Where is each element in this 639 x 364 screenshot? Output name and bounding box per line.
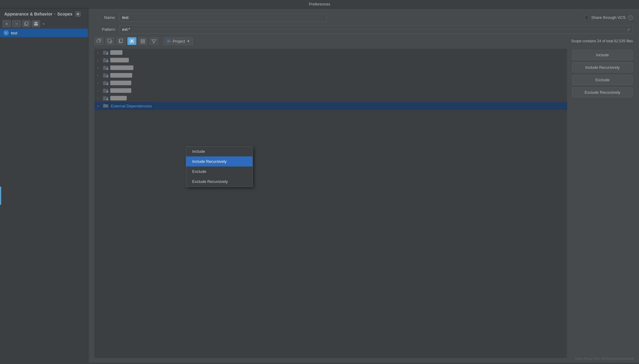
filter-button[interactable]	[149, 37, 158, 45]
save-button[interactable]	[32, 20, 40, 27]
tree-arrow: ›	[97, 81, 101, 85]
right-panel: Name: Share through VCS ? Pattern: ⤢	[88, 9, 639, 363]
pattern-label: Pattern:	[94, 27, 116, 32]
tree-arrow: ›	[97, 51, 101, 54]
window-title: Preferences	[309, 2, 330, 6]
tree-item-label	[110, 50, 122, 55]
context-menu-include[interactable]: Include	[186, 146, 252, 156]
blue-accent	[0, 187, 1, 205]
svg-rect-5	[97, 40, 100, 42]
name-label: Name:	[94, 15, 116, 20]
include-recursively-button[interactable]: Include Recursively	[572, 62, 633, 72]
main-container: Appearance & Behavior › Scopes ▤ + −	[0, 9, 639, 363]
svg-rect-16	[141, 41, 145, 42]
tree-item-label	[110, 81, 131, 85]
scope-icon: ▤	[76, 12, 80, 16]
tree-row[interactable]: ›	[94, 56, 567, 64]
exclude-recursively-button[interactable]: Exclude Recursively	[572, 87, 633, 97]
svg-rect-15	[141, 39, 145, 40]
svg-rect-21	[168, 40, 170, 42]
pattern-input[interactable]	[119, 25, 633, 33]
scope-item-label-test: test	[11, 31, 17, 35]
scope-radio	[4, 30, 9, 35]
tree-arrow: ›	[97, 58, 101, 62]
svg-rect-14	[131, 40, 133, 42]
add-button[interactable]: +	[2, 20, 11, 27]
scope-radio-inner	[5, 32, 7, 34]
svg-rect-8	[108, 39, 111, 42]
vcs-row: Share through VCS ?	[584, 15, 633, 20]
scope-info: Scope contains 24 of total 62,535 files	[571, 39, 633, 43]
svg-marker-18	[152, 40, 156, 43]
tree-item-label	[110, 58, 129, 62]
tree-arrow: ›	[97, 89, 101, 93]
tree-arrow: ›	[97, 66, 101, 70]
tree-row-external-dependencies[interactable]: › External Dependencies	[94, 102, 567, 110]
svg-rect-12	[120, 39, 122, 42]
tree-item-label-ext-dep: External Dependencies	[111, 104, 152, 108]
left-panel: Appearance & Behavior › Scopes ▤ + −	[0, 9, 88, 363]
folder-icon	[103, 73, 108, 78]
tree-item-label	[110, 65, 133, 70]
context-menu-exclude-recursively[interactable]: Exclude Recursively	[186, 177, 252, 187]
collapse-all-button[interactable]	[94, 37, 104, 45]
flatten-button[interactable]	[138, 37, 147, 45]
action-buttons: Include Include Recursively Exclude Excl…	[572, 49, 633, 358]
tree-item-label	[110, 73, 132, 78]
show-included-alt-button[interactable]	[127, 37, 136, 45]
context-menu: Include Include Recursively Exclude Excl…	[186, 146, 253, 187]
url-bar: https://blog.csdn.net/wangshuaiwsws95	[575, 357, 634, 360]
scope-item-test[interactable]: test	[0, 29, 88, 37]
context-menu-include-recursively[interactable]: Include Recursively	[186, 156, 252, 166]
svg-rect-17	[141, 42, 145, 43]
name-input[interactable]	[119, 13, 327, 22]
breadcrumb-subsection: Scopes	[57, 12, 72, 16]
ext-dep-icon	[103, 103, 109, 108]
include-button[interactable]: Include	[572, 50, 633, 60]
file-tree[interactable]: › ›	[94, 49, 567, 358]
title-bar: Preferences	[0, 0, 639, 9]
tree-row[interactable]: ›	[94, 94, 567, 102]
tree-item-label	[110, 88, 131, 93]
svg-rect-4	[34, 24, 37, 25]
context-menu-exclude[interactable]: Exclude	[186, 166, 252, 177]
breadcrumb: Appearance & Behavior › Scopes ▤	[0, 9, 88, 19]
scope-list: test	[0, 29, 88, 37]
tree-arrow-ext: ›	[97, 104, 101, 108]
breadcrumb-separator: ›	[54, 12, 55, 16]
project-label: Project	[173, 39, 185, 44]
exclude-button[interactable]: Exclude	[572, 75, 633, 85]
folder-icon	[103, 51, 108, 55]
remove-button[interactable]: −	[12, 20, 21, 27]
vcs-checkbox[interactable]	[584, 16, 589, 20]
show-only-included-button[interactable]	[116, 37, 125, 45]
svg-rect-1	[25, 22, 28, 25]
folder-icon	[103, 66, 108, 70]
content-area: › ›	[94, 49, 633, 358]
svg-rect-3	[35, 22, 37, 23]
help-icon[interactable]: ?	[628, 15, 633, 20]
tree-row[interactable]: ›	[94, 79, 567, 87]
tree-arrow: ›	[97, 74, 101, 77]
tree-row[interactable]: ›	[94, 87, 567, 94]
breadcrumb-section: Appearance & Behavior	[4, 12, 52, 16]
file-toolbar: Project ▼ Scope contains 24 of total 62,…	[94, 37, 633, 45]
project-dropdown[interactable]: Project ▼	[163, 37, 193, 45]
left-toolbar: + − »	[0, 19, 88, 29]
name-row: Name: Share through VCS ?	[94, 13, 633, 22]
vcs-label: Share through VCS	[591, 15, 626, 20]
tree-row[interactable]: ›	[94, 72, 567, 79]
tree-row[interactable]: ›	[94, 64, 567, 72]
dropdown-arrow: ▼	[187, 40, 190, 43]
expand-button[interactable]: ⤢	[627, 27, 630, 32]
more-button[interactable]: »	[41, 21, 46, 26]
pattern-row: Pattern: ⤢	[94, 25, 633, 33]
folder-icon	[103, 96, 108, 100]
folder-icon	[103, 89, 108, 93]
tree-row[interactable]: ›	[94, 49, 567, 56]
folder-icon	[103, 58, 108, 62]
copy-button[interactable]	[22, 20, 30, 27]
tree-arrow: ›	[97, 96, 101, 100]
expand-all-button[interactable]	[105, 37, 115, 45]
tree-item-label	[110, 96, 127, 100]
